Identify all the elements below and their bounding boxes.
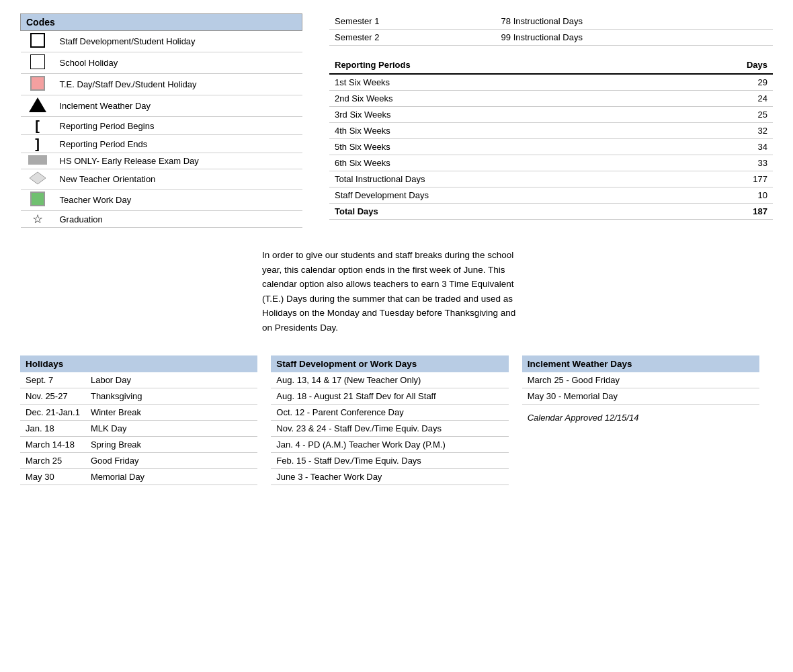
bracket-close-icon: ] (35, 137, 40, 151)
semester-name: Semester 2 (329, 30, 496, 46)
code-icon-cell (21, 153, 54, 169)
reporting-period-name: 1st Six Weeks (329, 74, 670, 91)
reporting-period-name: 3rd Six Weeks (329, 107, 670, 123)
code-icon-cell (21, 74, 54, 95)
reporting-header-period: Reporting Periods (329, 56, 670, 74)
reporting-period-name: 2nd Six Weeks (329, 91, 670, 107)
code-label: T.E. Day/Staff Dev./Student Holiday (54, 74, 302, 95)
staff-dev-table: Aug. 13, 14 & 17 (New Teacher Only)Aug. … (271, 372, 508, 485)
inclement-header: Inclement Weather Days (522, 355, 759, 372)
holiday-date: March 25 (20, 452, 85, 468)
star-icon: ☆ (32, 213, 43, 225)
code-label: New Teacher Orientation (54, 169, 302, 190)
reporting-period-name: Staff Development Days (329, 187, 670, 204)
approved-text: Calendar Approved 12/15/14 (522, 413, 759, 423)
staff-dev-item: Jan. 4 - PD (A.M.) Teacher Work Day (P.M… (271, 436, 508, 452)
diamond-icon (29, 171, 46, 185)
reporting-period-name: Total Instructional Days (329, 171, 670, 187)
holiday-name: MLK Day (85, 420, 257, 436)
staff-dev-item: Nov. 23 & 24 - Staff Dev./Time Equiv. Da… (271, 420, 508, 436)
code-icon-cell: ☆ (21, 211, 54, 228)
code-icon-cell: ] (21, 135, 54, 153)
holidays-col: Holidays Sept. 7 Labor DayNov. 25-27 Tha… (20, 355, 271, 485)
holiday-date: Dec. 21-Jan.1 (20, 404, 85, 420)
staff-dev-item: Aug. 13, 14 & 17 (New Teacher Only) (271, 372, 508, 388)
holiday-name: Winter Break (85, 404, 257, 420)
reporting-period-name: 4th Six Weeks (329, 123, 670, 139)
codes-header: Codes (21, 14, 302, 31)
holiday-name: Labor Day (85, 372, 257, 388)
code-icon-cell (21, 95, 54, 117)
reporting-period-days: 34 (670, 139, 773, 155)
square-green-icon (30, 192, 45, 206)
code-label: School Holiday (54, 52, 302, 74)
reporting-period-days: 33 (670, 155, 773, 171)
summary-container: Semester 1 78 Instructional DaysSemester… (329, 13, 773, 228)
square-empty-icon (30, 33, 45, 48)
reporting-table: Reporting Periods Days 1st Six Weeks 292… (329, 56, 773, 220)
reporting-period-days: 24 (670, 91, 773, 107)
square-pink-icon (30, 76, 45, 91)
semester-value: 78 Instructional Days (496, 13, 773, 30)
reporting-period-name: 6th Six Weeks (329, 155, 670, 171)
holiday-name: Thanksgiving (85, 388, 257, 404)
codes-table: Codes Staff Development/Student Holiday … (20, 13, 302, 228)
reporting-period-name: 5th Six Weeks (329, 139, 670, 155)
reporting-period-days: 29 (670, 74, 773, 91)
holidays-header: Holidays (20, 355, 257, 372)
holiday-name: Spring Break (85, 436, 257, 452)
reporting-period-days: 25 (670, 107, 773, 123)
holiday-date: May 30 (20, 468, 85, 485)
semester-name: Semester 1 (329, 13, 496, 30)
code-icon-cell (21, 52, 54, 74)
holiday-date: Jan. 18 (20, 420, 85, 436)
code-label: Inclement Weather Day (54, 95, 302, 117)
code-icon-cell: [ (21, 117, 54, 135)
holiday-name: Memorial Day (85, 468, 257, 485)
bottom-section: Holidays Sept. 7 Labor DayNov. 25-27 Tha… (20, 355, 773, 485)
staff-dev-header: Staff Development or Work Days (271, 355, 508, 372)
square-empty-plain-icon (30, 54, 45, 69)
inclement-col: Inclement Weather Days March 25 - Good F… (522, 355, 773, 485)
reporting-header-days: Days (670, 56, 773, 74)
staff-dev-item: Feb. 15 - Staff Dev./Time Equiv. Days (271, 452, 508, 468)
staff-dev-item: Aug. 18 - August 21 Staff Dev for All St… (271, 388, 508, 404)
semester-table: Semester 1 78 Instructional DaysSemester… (329, 13, 773, 46)
rect-gray-icon (28, 155, 47, 165)
inclement-item: March 25 - Good Friday (522, 372, 759, 388)
reporting-period-days: 10 (670, 187, 773, 204)
staff-dev-col: Staff Development or Work Days Aug. 13, … (271, 355, 521, 485)
staff-dev-item: Oct. 12 - Parent Conference Day (271, 404, 508, 420)
semester-value: 99 Instructional Days (496, 30, 773, 46)
holiday-name: Good Friday (85, 452, 257, 468)
bracket-open-icon: [ (35, 119, 40, 132)
reporting-period-days: 32 (670, 123, 773, 139)
holidays-table: Sept. 7 Labor DayNov. 25-27 Thanksgiving… (20, 372, 257, 485)
triangle-icon (29, 97, 46, 112)
top-section: Codes Staff Development/Student Holiday … (20, 13, 773, 228)
code-label: Reporting Period Ends (54, 135, 302, 153)
code-icon-cell (21, 190, 54, 211)
code-label: HS ONLY- Early Release Exam Day (54, 153, 302, 169)
code-label: Staff Development/Student Holiday (54, 31, 302, 52)
description-text: In order to give our students and staff … (20, 248, 524, 335)
reporting-period-days: 177 (670, 171, 773, 187)
holiday-date: Sept. 7 (20, 372, 85, 388)
inclement-table: March 25 - Good FridayMay 30 - Memorial … (522, 372, 759, 405)
reporting-period-days: 187 (670, 204, 773, 220)
code-label: Graduation (54, 211, 302, 228)
svg-marker-0 (30, 172, 46, 184)
staff-dev-item: June 3 - Teacher Work Day (271, 468, 508, 485)
inclement-item: May 30 - Memorial Day (522, 388, 759, 404)
codes-container: Codes Staff Development/Student Holiday … (20, 13, 302, 228)
code-label: Reporting Period Begins (54, 117, 302, 135)
code-label: Teacher Work Day (54, 190, 302, 211)
reporting-period-name: Total Days (329, 204, 670, 220)
holiday-date: March 14-18 (20, 436, 85, 452)
code-icon-cell (21, 31, 54, 52)
holiday-date: Nov. 25-27 (20, 388, 85, 404)
code-icon-cell (21, 169, 54, 190)
